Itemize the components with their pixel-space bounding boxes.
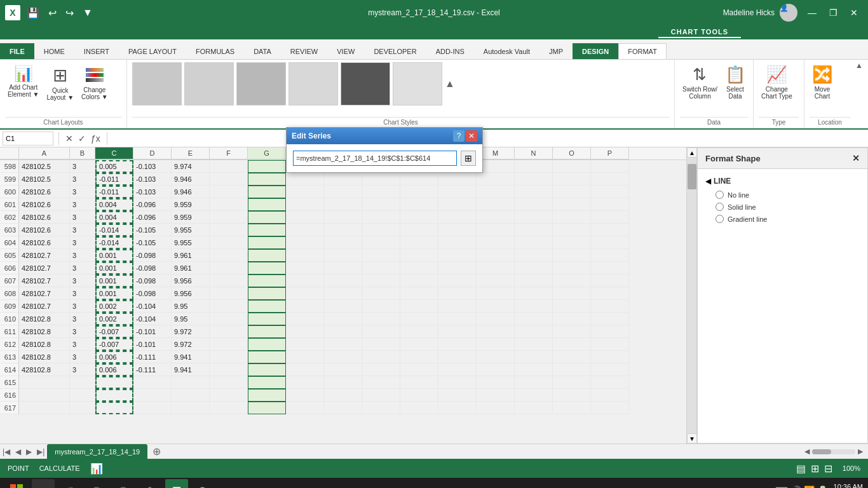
cell-b[interactable]: 3	[70, 274, 95, 287]
h-scroll-right[interactable]: ▶	[858, 447, 863, 456]
cell-m[interactable]	[477, 325, 515, 338]
cell-f[interactable]	[210, 249, 248, 262]
cell-i[interactable]	[324, 211, 362, 224]
cell-e[interactable]: 9.972	[172, 325, 210, 338]
cell-k[interactable]	[400, 300, 438, 313]
cell-f[interactable]	[210, 313, 248, 325]
tab-design[interactable]: DESIGN	[573, 43, 618, 59]
cell-n[interactable]	[515, 160, 553, 173]
cell-c[interactable]: 0.001	[95, 287, 133, 300]
cell-a[interactable]: 428102.7	[19, 300, 70, 313]
cell-l[interactable]	[438, 224, 477, 236]
customize-button[interactable]: ▼	[80, 6, 95, 20]
cell-c[interactable]: -0.011	[95, 186, 133, 198]
close-button[interactable]: ✕	[845, 6, 863, 19]
cell-o[interactable]	[553, 186, 591, 198]
cell-k[interactable]	[400, 274, 438, 287]
cell-f[interactable]	[210, 236, 248, 249]
cell-p[interactable]	[591, 173, 629, 186]
cell-f[interactable]	[210, 274, 248, 287]
cell-i[interactable]	[324, 236, 362, 249]
cell-e[interactable]: 9.946	[172, 186, 210, 198]
cell-h[interactable]	[286, 351, 324, 363]
cell-e[interactable]: 9.974	[172, 160, 210, 173]
view-page-break-icon[interactable]: ⊟	[824, 463, 832, 475]
change-chart-type-button[interactable]: 📈 ChangeChart Type	[759, 62, 795, 102]
canary-button[interactable]: 🌐	[112, 479, 135, 488]
cell-a[interactable]: 428102.6	[19, 211, 70, 224]
cell-h[interactable]	[286, 249, 324, 262]
cell-n[interactable]	[515, 274, 553, 287]
cell-e[interactable]	[172, 376, 210, 389]
cell-h[interactable]	[286, 173, 324, 186]
tab-add-ins[interactable]: ADD-INS	[426, 43, 474, 59]
cell-e[interactable]: 9.956	[172, 274, 210, 287]
cell-c[interactable]: 0.002	[95, 313, 133, 325]
cell-j[interactable]	[362, 325, 400, 338]
cell-a[interactable]: 428102.7	[19, 274, 70, 287]
select-data-button[interactable]: 📋 SelectData	[722, 62, 748, 102]
cell-n[interactable]	[515, 325, 553, 338]
edit-series-range-button[interactable]: ⊞	[461, 151, 476, 166]
cell-m[interactable]	[477, 300, 515, 313]
cell-h[interactable]	[286, 325, 324, 338]
quick-layout-button[interactable]: ⊞ QuickLayout ▼	[44, 62, 76, 104]
col-header-a[interactable]: A	[19, 147, 70, 159]
cell-l[interactable]	[438, 351, 477, 363]
col-header-n[interactable]: N	[515, 147, 553, 159]
tray-icon-3[interactable]: 📶	[804, 485, 815, 488]
cell-b[interactable]: 3	[70, 173, 95, 186]
start-button[interactable]	[5, 479, 28, 488]
cell-b[interactable]: 3	[70, 338, 95, 351]
cell-k[interactable]	[400, 287, 438, 300]
col-header-b[interactable]: B	[70, 147, 95, 159]
cell-l[interactable]	[438, 236, 477, 249]
cell-p[interactable]	[591, 376, 629, 389]
cell-i[interactable]	[324, 313, 362, 325]
tab-home[interactable]: HOME	[34, 43, 74, 59]
line-section-header[interactable]: ◀ LINE	[705, 177, 860, 186]
cell-l[interactable]	[438, 389, 477, 402]
cell-h[interactable]	[286, 262, 324, 274]
cell-e[interactable]: 9.95	[172, 300, 210, 313]
cell-i[interactable]	[324, 287, 362, 300]
cell-n[interactable]	[515, 211, 553, 224]
cell-m[interactable]	[477, 376, 515, 389]
cell-c[interactable]: -0.007	[95, 338, 133, 351]
cell-h[interactable]	[286, 376, 324, 389]
cell-k[interactable]	[400, 325, 438, 338]
chart-style-5[interactable]	[341, 62, 390, 105]
cell-o[interactable]	[553, 376, 591, 389]
cell-j[interactable]	[362, 198, 400, 211]
cell-o[interactable]	[553, 351, 591, 363]
cell-n[interactable]	[515, 363, 553, 376]
cell-g[interactable]	[248, 160, 286, 173]
cell-n[interactable]	[515, 376, 553, 389]
cell-a[interactable]	[19, 389, 70, 402]
cell-n[interactable]	[515, 173, 553, 186]
cell-p[interactable]	[591, 211, 629, 224]
cell-o[interactable]	[553, 402, 591, 414]
gradient-line-radio[interactable]	[715, 215, 724, 223]
cell-c[interactable]: -0.007	[95, 325, 133, 338]
cell-n[interactable]	[515, 249, 553, 262]
cell-f[interactable]	[210, 376, 248, 389]
tab-insert[interactable]: INSERT	[74, 43, 119, 59]
col-header-g[interactable]: G	[248, 147, 286, 159]
cell-m[interactable]	[477, 173, 515, 186]
cell-g[interactable]	[248, 363, 286, 376]
cell-a[interactable]: 428102.5	[19, 160, 70, 173]
cell-l[interactable]	[438, 262, 477, 274]
cell-c[interactable]	[95, 376, 133, 389]
cell-l[interactable]	[438, 211, 477, 224]
cell-p[interactable]	[591, 224, 629, 236]
cell-k[interactable]	[400, 351, 438, 363]
cell-d[interactable]: -0.104	[133, 313, 172, 325]
cell-e[interactable]: 9.955	[172, 224, 210, 236]
col-header-f[interactable]: F	[210, 147, 248, 159]
cell-g[interactable]	[248, 274, 286, 287]
cell-d[interactable]: -0.098	[133, 262, 172, 274]
cell-f[interactable]	[210, 287, 248, 300]
cell-g[interactable]	[248, 287, 286, 300]
cell-f[interactable]	[210, 160, 248, 173]
